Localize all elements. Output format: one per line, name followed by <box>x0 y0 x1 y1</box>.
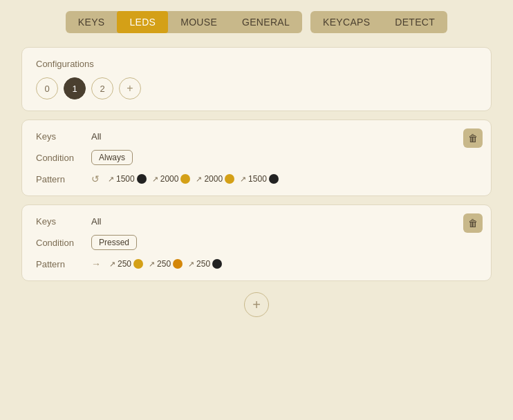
rule2-step-2[interactable]: ↗ 250 <box>149 259 183 269</box>
rule2-step2-arrow-icon: ↗ <box>149 260 155 269</box>
rule2-step3-arrow-icon: ↗ <box>188 260 194 269</box>
config-circle-2[interactable]: 2 <box>91 77 113 99</box>
rule2-condition-badge[interactable]: Pressed <box>91 235 137 250</box>
rule1-pattern-repeat-icon: ↺ <box>91 173 100 184</box>
rule1-keys-row: Keys All <box>36 131 477 142</box>
rule1-step4-value: 1500 <box>248 174 267 184</box>
rule2-step2-color <box>173 259 183 269</box>
tab-group-main: KEYS LEDS MOUSE GENERAL <box>66 11 302 33</box>
rule1-step3-value: 2000 <box>204 174 223 184</box>
configurations-label: Configurations <box>36 59 477 69</box>
rule1-step-4[interactable]: ↗ 1500 <box>240 174 279 184</box>
rule1-pattern-area: ↺ ↗ 1500 ↗ 2000 ↗ 2000 ↗ <box>91 173 477 184</box>
tab-leds[interactable]: LEDS <box>117 11 168 33</box>
rule1-condition-badge[interactable]: Always <box>91 150 133 165</box>
delete-rule-1-button[interactable]: 🗑 <box>463 128 483 148</box>
rule2-keys-value: All <box>91 216 101 227</box>
rule1-keys-label: Keys <box>36 131 91 142</box>
delete-rule-2-button[interactable]: 🗑 <box>463 213 483 233</box>
main-content: Configurations 0 1 2 + 🗑 Keys All Condit… <box>21 47 492 317</box>
rule1-step2-value: 2000 <box>160 174 179 184</box>
rule1-step2-arrow-icon: ↗ <box>152 175 158 184</box>
tab-detect[interactable]: DETECT <box>382 11 447 33</box>
trash-icon-2: 🗑 <box>468 218 478 229</box>
trash-icon-1: 🗑 <box>468 133 478 144</box>
tab-group-secondary: KEYCAPS DETECT <box>310 11 447 33</box>
config-circles: 0 1 2 + <box>36 77 477 99</box>
tab-keys[interactable]: KEYS <box>66 11 118 33</box>
rule2-step3-value: 250 <box>196 259 210 269</box>
rule2-condition-label: Condition <box>36 238 91 248</box>
rule2-step1-arrow-icon: ↗ <box>109 260 115 269</box>
rule2-step3-color <box>212 259 222 269</box>
configurations-card: Configurations 0 1 2 + <box>21 47 492 111</box>
rule2-step-1[interactable]: ↗ 250 <box>109 259 143 269</box>
rule2-keys-row: Keys All <box>36 216 477 227</box>
rule2-pattern-row: Pattern → ↗ 250 ↗ 250 ↗ 250 <box>36 258 477 269</box>
rule1-condition-row: Condition Always <box>36 150 477 165</box>
rule1-step1-value: 1500 <box>116 174 135 184</box>
config-circle-add[interactable]: + <box>119 77 141 99</box>
rule-card-2: 🗑 Keys All Condition Pressed Pattern → ↗… <box>21 204 492 281</box>
rule1-step3-color <box>225 174 234 184</box>
rule1-keys-value: All <box>91 131 101 142</box>
rule2-step1-color <box>133 259 143 269</box>
tab-bar: KEYS LEDS MOUSE GENERAL KEYCAPS DETECT <box>66 11 447 33</box>
rule1-step4-arrow-icon: ↗ <box>240 175 246 184</box>
rule1-pattern-label: Pattern <box>36 174 91 184</box>
rule1-step1-arrow-icon: ↗ <box>108 175 114 184</box>
rule2-step1-value: 250 <box>118 259 131 269</box>
rule2-pattern-label: Pattern <box>36 259 91 269</box>
rule1-step2-color <box>180 174 190 184</box>
rule2-step2-value: 250 <box>157 259 171 269</box>
rule1-step3-arrow-icon: ↗ <box>196 175 202 184</box>
rule1-step1-color <box>137 174 147 184</box>
config-circle-0[interactable]: 0 <box>36 77 58 99</box>
rule1-condition-label: Condition <box>36 153 91 163</box>
tab-mouse[interactable]: MOUSE <box>168 11 230 33</box>
rule-card-1: 🗑 Keys All Condition Always Pattern ↺ ↗ … <box>21 120 492 196</box>
rule2-pattern-area: → ↗ 250 ↗ 250 ↗ 250 <box>91 258 477 269</box>
rule2-condition-row: Condition Pressed <box>36 235 477 250</box>
tab-general[interactable]: GENERAL <box>230 11 302 33</box>
add-rule-button[interactable]: + <box>244 292 269 317</box>
rule1-step-1[interactable]: ↗ 1500 <box>108 174 147 184</box>
rule1-step-2[interactable]: ↗ 2000 <box>152 174 191 184</box>
rule1-step4-color <box>269 174 279 184</box>
tab-keycaps[interactable]: KEYCAPS <box>310 11 382 33</box>
rule2-pattern-forward-icon: → <box>91 258 101 269</box>
rule2-keys-label: Keys <box>36 216 91 227</box>
config-circle-1[interactable]: 1 <box>64 77 86 99</box>
rule1-pattern-row: Pattern ↺ ↗ 1500 ↗ 2000 ↗ 2000 <box>36 173 477 184</box>
rule1-step-3[interactable]: ↗ 2000 <box>196 174 234 184</box>
rule2-step-3[interactable]: ↗ 250 <box>188 259 222 269</box>
